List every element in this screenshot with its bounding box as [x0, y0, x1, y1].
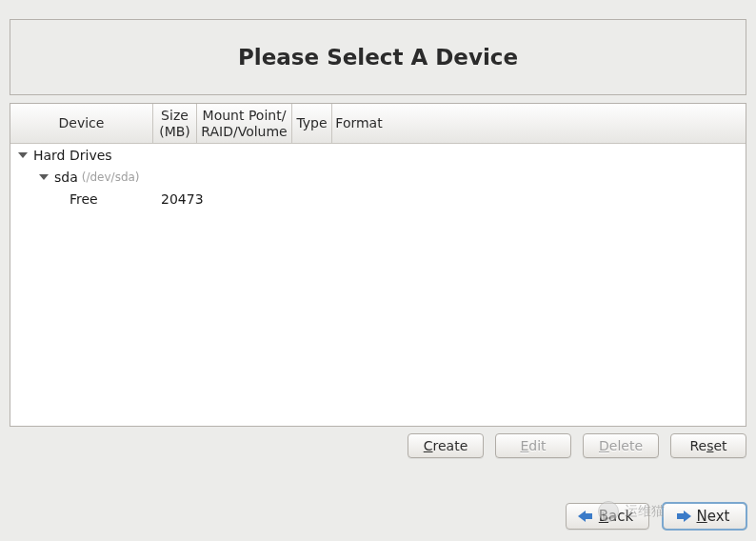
device-path: (/dev/sda) — [82, 170, 140, 184]
action-button-row: Create Edit Delete Reset — [408, 433, 746, 458]
back-button[interactable]: Back — [566, 503, 649, 530]
tree-row-sda[interactable]: sda (/dev/sda) — [10, 166, 746, 188]
delete-button: Delete — [583, 433, 659, 458]
col-type[interactable]: Type — [292, 104, 332, 143]
installer-partition-screen: Please Select A Device Device Size (MB) … — [0, 0, 756, 541]
device-tree-body: Hard Drives sda (/dev/sda) Free 20473 — [10, 144, 746, 210]
expander-icon[interactable] — [16, 149, 30, 162]
tree-row-hard-drives[interactable]: Hard Drives — [10, 144, 746, 166]
device-tree-panel: Device Size (MB) Mount Point/ RAID/Volum… — [10, 103, 746, 427]
title-panel: Please Select A Device — [10, 19, 746, 95]
col-format[interactable]: Format — [332, 104, 386, 143]
tree-label: Free — [70, 191, 98, 207]
next-button[interactable]: Next — [663, 503, 746, 530]
expander-icon[interactable] — [37, 170, 50, 184]
col-mount[interactable]: Mount Point/ RAID/Volume — [197, 104, 292, 143]
nav-button-row: Back Next — [566, 503, 746, 530]
tree-label: Hard Drives — [33, 148, 112, 163]
tree-row-free[interactable]: Free 20473 — [10, 188, 746, 210]
edit-button: Edit — [495, 433, 571, 458]
arrow-left-icon — [578, 511, 593, 522]
col-device[interactable]: Device — [10, 104, 153, 143]
arrow-right-icon — [676, 511, 691, 522]
cell-size: 20473 — [159, 191, 203, 207]
device-tree-header: Device Size (MB) Mount Point/ RAID/Volum… — [10, 104, 746, 144]
col-size[interactable]: Size (MB) — [153, 104, 197, 143]
tree-label: sda — [54, 170, 78, 185]
create-button[interactable]: Create — [408, 433, 484, 458]
page-title: Please Select A Device — [238, 45, 518, 70]
reset-button[interactable]: Reset — [670, 433, 746, 458]
